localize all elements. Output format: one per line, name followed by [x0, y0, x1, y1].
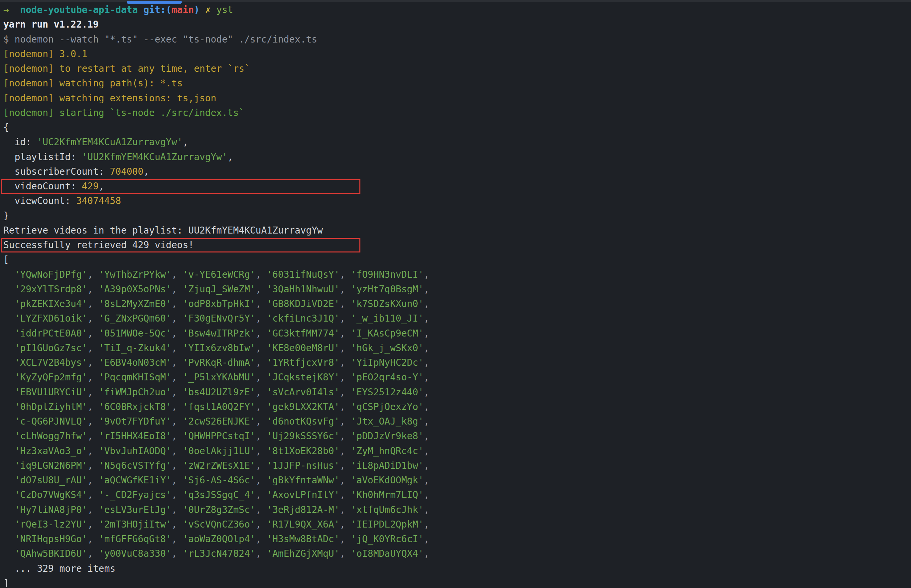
terminal-text-plain — [3, 519, 15, 530]
terminal-text-comma: , — [172, 504, 183, 515]
terminal-text-string: 'EBVU1URYCiU' — [15, 387, 88, 397]
terminal-text-comma: , — [340, 284, 351, 295]
terminal-text-string: '0UrZ8g3ZmSc' — [183, 504, 255, 515]
terminal-text-string: 'c-QG6PJNVLQ' — [15, 416, 88, 427]
terminal-text-string: '8t1XoEK28b0' — [267, 446, 339, 456]
terminal-output[interactable]: → node-youtube-api-data git:(main) ✗ yst… — [3, 3, 908, 588]
terminal-text-comma: , — [423, 342, 429, 354]
terminal-text-string: '3eRjd812A-M' — [267, 504, 339, 515]
terminal-text-comma: , — [88, 284, 99, 295]
terminal-text-plain — [3, 504, 15, 515]
terminal-text-git: git:( — [143, 4, 171, 15]
terminal-text-string: 'aQCWGfKE1iY' — [99, 475, 172, 486]
terminal-text-string: '-_CD2Fyajcs' — [99, 489, 172, 500]
terminal-text-plain — [3, 416, 15, 427]
terminal-text-plain — [3, 446, 15, 456]
video-id-row: 'LYZFXD61oik', 'G_ZNxPGQm60', 'F30gENvQr… — [3, 311, 908, 326]
terminal-text-string: '051MWOe-5Qc' — [99, 328, 172, 339]
terminal-text-comma: , — [88, 328, 99, 339]
terminal-text-plain: , — [227, 152, 233, 162]
terminal-text-string: 'UU2KfmYEM4KCuA1ZurravgYw' — [82, 152, 227, 162]
terminal-text-comma: , — [340, 446, 351, 456]
video-id-row: 'QAhw5BKID6U', 'y00VuC8a330', 'rL3JcN478… — [3, 546, 908, 561]
terminal-text-string: 'AxovLPfnIlY' — [267, 489, 339, 500]
video-id-row: 'iddrPCtE0A0', '051MWOe-5Qc', 'Bsw4wITRP… — [3, 326, 908, 341]
terminal-text-comma: , — [256, 446, 267, 456]
terminal-text-string: 'CzDo7VWgKS4' — [15, 489, 88, 500]
video-id-row: 'KyZyQFp2mfg', 'PqcqmKHISqM', '_P5lxYKAb… — [3, 370, 908, 385]
terminal-text-comma: , — [88, 504, 99, 515]
terminal-text-plain — [3, 298, 15, 309]
video-id-row: 'c-QG6PJNVLQ', '9vOt7FYDfuY', '2cwS26ENJ… — [3, 414, 908, 429]
terminal-text-string: 'odP8xbTpHkI' — [183, 298, 255, 309]
terminal-text-comma: , — [256, 533, 267, 544]
terminal-text-comma: , — [423, 431, 429, 441]
terminal-text-gray: $ nodemon --watch "*.ts" --exec "ts-node… — [3, 34, 317, 45]
terminal-text-string: 'fO9HN3nvDLI' — [351, 269, 423, 280]
terminal-text-string: 'F30gENvQr5Y' — [183, 313, 255, 324]
video-id-row: 'pI1GUoGz7sc', 'TiI_q-Zkuk4', 'YIIx6zv8b… — [3, 341, 908, 355]
terminal-text-comma: , — [423, 460, 429, 471]
terminal-text-comma: , — [88, 387, 99, 397]
terminal-text-string: 'fqsl1A0Q2FY' — [183, 401, 255, 412]
terminal-text-comma: , — [423, 416, 429, 427]
terminal-text-number: 34074458 — [76, 195, 121, 206]
terminal-text-string: 'rQeI3-lz2YU' — [15, 519, 88, 530]
terminal-text-string: '1JJFP-nsHus' — [267, 460, 339, 471]
terminal-text-string: 'gBkYfntaWNw' — [267, 475, 339, 486]
terminal-text-string: 'fiWMJpCh2uo' — [99, 387, 172, 397]
video-id-row: 'Hy7liNA8jP0', 'esLV3urEtJg', '0UrZ8g3Zm… — [3, 502, 908, 517]
terminal-text-string: 'YIIx6zv8bIw' — [183, 342, 255, 354]
terminal-text-comma: , — [172, 401, 183, 412]
terminal-text-comma: , — [256, 401, 267, 412]
object-entry-playlistId: playlistId: 'UU2KfmYEM4KCuA1ZurravgYw', — [3, 150, 908, 165]
video-id-row: 'YQwNoFjDPfg', 'YwThbZrPYkw', 'v-YE61eWC… — [3, 267, 908, 282]
terminal-text-string: 'q3sJSSgqC_4' — [183, 489, 255, 500]
terminal-text-cmd: yst — [216, 4, 233, 15]
terminal-text-comma: , — [172, 475, 183, 486]
terminal-text-plain: } — [3, 210, 9, 221]
terminal-text-string: 'iq9LGN2N6PM' — [15, 460, 88, 471]
command-line: $ nodemon --watch "*.ts" --exec "ts-node… — [3, 32, 908, 47]
terminal-text-string: 'Hy7liNA8jP0' — [15, 504, 88, 515]
terminal-text-comma: , — [423, 284, 429, 295]
terminal-text-comma: , — [88, 475, 99, 486]
terminal-text-number: 704000 — [110, 166, 143, 177]
terminal-text-comma: , — [423, 533, 429, 544]
terminal-text-comma: , — [256, 460, 267, 471]
terminal-text-plain: Retrieve videos in the playlist: UU2KfmY… — [3, 225, 323, 236]
terminal-text-plain — [9, 4, 20, 15]
success-message-highlighted: Successfully retrieved 429 videos! — [3, 238, 908, 252]
terminal-text-comma: , — [88, 548, 99, 559]
terminal-text-comma: , — [423, 298, 429, 309]
yarn-version-line: yarn run v1.22.19 — [3, 17, 908, 32]
terminal-text-comma: , — [423, 372, 429, 383]
terminal-text-branch: main — [172, 4, 194, 15]
terminal-text-comma: , — [256, 284, 267, 295]
terminal-text-string: 'yzHt7q0BsgM' — [351, 284, 423, 295]
terminal-text-comma: , — [340, 401, 351, 412]
video-id-row: 'Hz3xaVAo3_o', 'VbvJuhIAODQ', '0oelAkjj1… — [3, 444, 908, 459]
terminal-text-string: 'mfGFFG6qGt8' — [99, 533, 172, 544]
terminal-text-yellow: [nodemon] watching path(s): *.ts — [3, 78, 183, 89]
terminal-text-string: 'NRIHqpsH9Go' — [15, 533, 88, 544]
terminal-text-comma: , — [172, 269, 183, 280]
terminal-text-comma: , — [172, 328, 183, 339]
video-id-row: 'NRIHqpsH9Go', 'mfGFFG6qGt8', 'aoWaZ0QOl… — [3, 532, 908, 546]
terminal-text-plain — [3, 548, 15, 559]
terminal-text-comma: , — [256, 357, 267, 368]
terminal-text-plain — [3, 342, 15, 354]
terminal-text-yellow: [nodemon] 3.0.1 — [3, 48, 88, 60]
terminal-text-comma: , — [340, 504, 351, 515]
terminal-text-plain: { — [3, 122, 9, 133]
terminal-text-comma: , — [423, 387, 429, 397]
shell-prompt: → node-youtube-api-data git:(main) ✗ yst — [3, 3, 908, 17]
terminal-text-string: 'R17L9QX_X6A' — [267, 519, 339, 530]
video-id-row: 'iq9LGN2N6PM', 'N5q6cVSTYfg', 'zW2rZWEsX… — [3, 459, 908, 473]
terminal-text-plain: Successfully retrieved 429 videos! — [3, 239, 194, 250]
terminal-text-string: 'VbvJuhIAODQ' — [99, 446, 172, 456]
terminal-text-comma: , — [423, 357, 429, 368]
terminal-text-string: 'bs4U2UZl9zE' — [183, 387, 255, 397]
terminal-text-comma: , — [172, 446, 183, 456]
terminal-text-plain — [211, 4, 216, 15]
